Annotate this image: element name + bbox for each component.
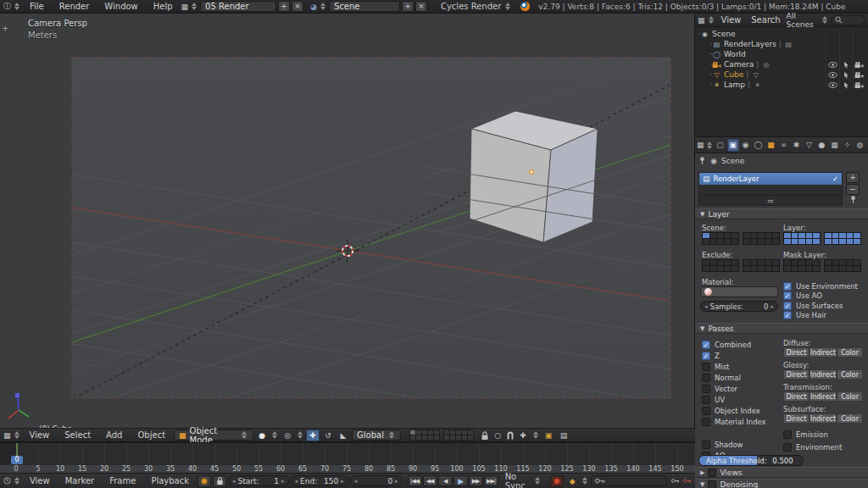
layer-toggle[interactable]: [772, 266, 779, 271]
autokey-record-button[interactable]: [550, 475, 564, 487]
layer-toggle[interactable]: [798, 260, 805, 265]
snap-spinner[interactable]: [533, 431, 538, 439]
exclude-layers-grid[interactable]: [743, 259, 780, 272]
expander-icon[interactable]: ·: [695, 50, 712, 58]
layer-toggle[interactable]: [813, 266, 820, 271]
layer-toggle[interactable]: [839, 239, 846, 244]
layer-toggle[interactable]: [825, 266, 832, 271]
add-scene-button[interactable]: +: [402, 1, 414, 12]
visibility-eye-icon[interactable]: [828, 60, 837, 69]
layer-toggle[interactable]: [839, 260, 846, 265]
visibility-eye-icon[interactable]: [828, 80, 837, 89]
layer-toggle[interactable]: [758, 266, 765, 271]
object-name[interactable]: Lamp: [724, 80, 745, 89]
outliner-row-scene[interactable]: ·◉Scene: [695, 29, 868, 39]
layer-toggle[interactable]: [839, 266, 846, 271]
renderability-camera-icon[interactable]: [854, 70, 864, 79]
prev-keyframe-button[interactable]: ◀◀: [423, 475, 437, 486]
layer-toggle[interactable]: [751, 260, 758, 265]
manipulator-scale-icon[interactable]: ◣: [337, 430, 350, 441]
renderlayer-list[interactable]: ▤ RenderLayer ✓ =: [698, 172, 843, 206]
start-frame-field[interactable]: ◂ Start: 1 ▸: [228, 475, 289, 486]
render-engine-selector[interactable]: Cycles Render: [441, 2, 512, 11]
screen-layout-selector[interactable]: 05 Render: [200, 1, 276, 12]
tab-modifiers[interactable]: ✱: [791, 139, 803, 152]
info-editor-icon[interactable]: ⓘ: [3, 1, 11, 12]
jump-to-end-button[interactable]: ▶▶|: [484, 475, 498, 486]
layer-toggle[interactable]: [434, 435, 439, 440]
layer-toggle[interactable]: [743, 266, 750, 271]
shading-spinner[interactable]: [272, 431, 277, 439]
alpha-threshold-slider[interactable]: Alpha Threshold: 0.500: [698, 455, 804, 466]
selectability-cursor-icon[interactable]: [842, 60, 851, 69]
layer-toggle[interactable]: [772, 239, 779, 244]
renderability-camera-icon[interactable]: [854, 80, 864, 89]
renderability-camera-icon[interactable]: [854, 60, 864, 69]
layer-toggle[interactable]: [832, 260, 839, 265]
insert-keyframe-icon[interactable]: [671, 478, 680, 484]
object-name[interactable]: Cube: [724, 70, 743, 79]
editor-type-spinner[interactable]: [14, 3, 19, 10]
layer-toggle[interactable]: [703, 266, 709, 271]
increment-icon[interactable]: ▸: [281, 478, 285, 485]
manipulator-translate-icon[interactable]: ✚: [306, 430, 320, 441]
mask-layers-grid[interactable]: [783, 259, 821, 272]
panel-header-passes[interactable]: ▼ Passes: [695, 323, 868, 334]
denoising-checkbox[interactable]: [708, 480, 716, 488]
expander-icon[interactable]: ·: [695, 60, 712, 69]
menu-object[interactable]: Object: [131, 430, 172, 440]
tab-material[interactable]: ●: [816, 139, 828, 152]
decrement-icon[interactable]: ◂: [354, 478, 358, 485]
diffuse-direct-button[interactable]: Direct: [783, 347, 810, 358]
layer-toggle[interactable]: [422, 435, 427, 440]
snap-element-icon[interactable]: ✚: [516, 430, 530, 441]
outliner-row-renderlayers[interactable]: ·▤RenderLayers|▤: [695, 39, 868, 49]
layer-toggle[interactable]: [806, 239, 813, 244]
layer-buttons-group2[interactable]: [443, 430, 474, 441]
opengl-render-anim-icon[interactable]: ▤: [557, 430, 570, 441]
menu-marker[interactable]: Marker: [58, 476, 102, 485]
layer-toggle[interactable]: [468, 430, 473, 435]
layer-toggle[interactable]: [798, 239, 805, 244]
tab-texture[interactable]: ▦: [829, 139, 841, 152]
mask-layers-grid[interactable]: [824, 259, 861, 272]
menu-search[interactable]: Search: [747, 15, 784, 25]
layer-toggle[interactable]: [450, 435, 455, 440]
layer-toggle[interactable]: [854, 239, 860, 244]
tab-data[interactable]: ▽: [804, 139, 815, 152]
pass-uv-checkbox[interactable]: [702, 396, 710, 404]
layer-toggle[interactable]: [765, 239, 772, 244]
layer-toggle[interactable]: [806, 266, 813, 271]
layer-toggle[interactable]: [468, 435, 473, 440]
delete-scene-button[interactable]: ×: [415, 1, 427, 12]
increment-icon[interactable]: ▸: [341, 478, 344, 485]
layer-toggle[interactable]: [784, 239, 791, 244]
renderlayer-list-item[interactable]: ▤ RenderLayer ✓: [699, 173, 842, 185]
layer-toggle[interactable]: [798, 233, 805, 238]
layer-toggle[interactable]: [772, 260, 779, 265]
screen-layout-spinner[interactable]: [192, 3, 197, 10]
current-frame-field[interactable]: ◂ 0 ▸: [350, 475, 403, 486]
manipulator-rotate-icon[interactable]: ↺: [321, 430, 335, 441]
active-keying-set-field[interactable]: [591, 475, 666, 486]
layer-toggle[interactable]: [751, 266, 758, 271]
layer-toggle[interactable]: [717, 233, 724, 238]
transmission-indirect-button[interactable]: Indirect: [810, 391, 837, 402]
pass-combined-checkbox[interactable]: ✓: [702, 341, 710, 349]
layer-toggle[interactable]: [798, 266, 805, 271]
outliner-editor-spinner[interactable]: [709, 16, 714, 24]
delete-keyframe-icon[interactable]: [683, 478, 692, 484]
layer-toggle[interactable]: [758, 260, 765, 265]
layer-toggle[interactable]: [732, 239, 738, 244]
layer-toggle[interactable]: [792, 260, 798, 265]
tab-object[interactable]: ■: [765, 139, 777, 152]
layer-toggle[interactable]: [462, 435, 467, 440]
object-name[interactable]: RenderLayers: [724, 40, 776, 48]
viewport-shading-icon[interactable]: ●: [255, 430, 269, 441]
tab-scene[interactable]: ◉: [740, 139, 752, 152]
menu-playback[interactable]: Playback: [144, 476, 196, 485]
layer-toggle[interactable]: [854, 233, 860, 238]
layer-toggle[interactable]: [784, 233, 791, 238]
layer-toggle[interactable]: [732, 266, 738, 271]
subsurface-indirect-button[interactable]: Indirect: [810, 413, 837, 424]
